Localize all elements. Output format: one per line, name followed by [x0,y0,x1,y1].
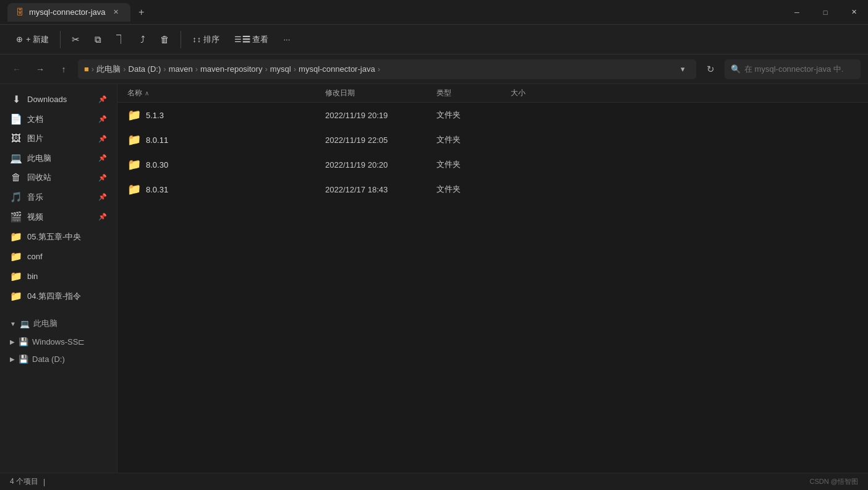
breadcrumb-maven-repo[interactable]: maven-repository [200,64,262,74]
documents-icon: 📄 [10,113,22,125]
table-row[interactable]: 📁 8.0.30 2022/11/19 20:20 文件夹 [117,152,868,177]
pin-icon-recycle: 📌 [98,174,107,182]
toolbar: ⊕ + 新建 ✂ ⧉ ⏋ ⤴ 🗑 ↕ ↕ 排序 ☰ ☰ 查看 ··· [0,25,868,54]
up-button[interactable]: ↑ [54,60,73,79]
col-header-size[interactable]: 大小 [511,88,585,98]
sidebar-section-label-windows: Windows-SS⊏ [32,337,85,346]
drive-icon: 💾 [19,337,28,346]
sidebar-item-label-ch4: 04.第四章-指令 [27,291,81,302]
delete-button[interactable]: 🗑 [154,30,176,48]
new-button[interactable]: ⊕ + 新建 [10,30,55,49]
address-bar: ← → ↑ ■ › 此电脑 › Data (D:) › maven › mave… [0,54,868,84]
search-box[interactable]: 🔍 [725,59,861,79]
table-row[interactable]: 📁 8.0.31 2022/12/17 18:43 文件夹 [117,177,868,202]
more-icon: ··· [283,35,290,44]
sidebar-item-music[interactable]: 🎵 音乐 📌 [2,187,114,207]
minimize-button[interactable]: ─ [783,0,811,25]
folder-ch4-icon: 📁 [10,290,22,302]
sidebar-section-data-d[interactable]: ▶ 💾 Data (D:) [2,351,114,368]
table-row[interactable]: 📁 5.1.3 2022/11/19 20:19 文件夹 [117,103,868,127]
sidebar-item-recycle[interactable]: 🗑 回收站 📌 [2,168,114,187]
delete-icon: 🗑 [160,34,169,45]
breadcrumb-dropdown-button[interactable]: ▾ [675,62,690,77]
search-input[interactable] [744,64,843,74]
share-button[interactable]: ⤴ [134,30,151,48]
cut-button[interactable]: ✂ [66,30,86,49]
sidebar-item-videos[interactable]: 🎬 视频 📌 [2,207,114,226]
breadcrumb-maven[interactable]: maven [169,64,193,74]
sidebar-item-label-pictures: 图片 [27,133,43,144]
breadcrumb-mysql[interactable]: mysql [270,64,291,74]
pin-icon-music: 📌 [98,193,107,201]
maximize-button[interactable]: □ [811,0,840,25]
paste-button[interactable]: ⏋ [110,30,132,48]
sidebar-section-label-data-d: Data (D:) [32,355,65,364]
breadcrumb-bar[interactable]: ■ › 此电脑 › Data (D:) › maven › maven-repo… [78,59,696,79]
sidebar-item-downloads[interactable]: ⬇ Downloads 📌 [2,90,114,109]
toolbar-separator-2 [181,31,181,48]
sidebar-item-label-recycle: 回收站 [27,172,51,183]
more-button[interactable]: ··· [277,31,296,48]
pin-icon-this-pc: 📌 [98,154,107,162]
breadcrumb-this-pc[interactable]: 此电脑 [96,64,121,75]
breadcrumb-connector[interactable]: mysql-connector-java [299,64,375,74]
sidebar-item-label-downloads: Downloads [27,95,67,104]
title-bar: 🗄 mysql-connector-java ✕ + ─ □ ✕ [0,0,868,25]
cut-icon: ✂ [72,34,80,45]
file-rows-container: 📁 5.1.3 2022/11/19 20:19 文件夹 📁 8.0.11 20… [117,103,868,202]
status-cursor: | [43,478,45,486]
chevron-this-pc: ▼ [10,320,16,327]
view-button[interactable]: ☰ ☰ 查看 [228,30,275,49]
folder-bin-icon: 📁 [10,270,22,282]
view-icon: ☰ [234,35,242,44]
sidebar-item-documents[interactable]: 📄 文档 📌 [2,110,114,129]
recycle-icon: 🗑 [10,172,22,183]
folder-ch5-icon: 📁 [10,231,22,243]
col-header-date[interactable]: 修改日期 [325,88,436,98]
close-window-button[interactable]: ✕ [840,0,868,25]
breadcrumb-folder-icon: ■ [84,64,89,74]
status-bar: 4 个项目 | CSDN @悟智图 [0,473,868,490]
active-tab[interactable]: 🗄 mysql-connector-java ✕ [7,3,130,22]
file-name: 8.0.30 [146,160,168,170]
this-pc-icon: 💻 [10,152,22,164]
tab-close-button[interactable]: ✕ [111,7,122,18]
forward-button[interactable]: → [31,60,49,79]
col-header-name[interactable]: 名称 ∧ [127,88,325,98]
sidebar-item-label-this-pc: 此电脑 [27,153,51,164]
file-type: 文件夹 [436,159,461,170]
sidebar-item-ch4[interactable]: 📁 04.第四章-指令 [2,286,114,306]
file-name: 5.1.3 [146,111,164,120]
back-button[interactable]: ← [7,60,26,79]
folder-icon: 📁 [127,133,141,147]
sidebar-item-bin[interactable]: 📁 bin [2,267,114,286]
tab-folder-icon: 🗄 [16,7,24,17]
downloads-icon: ⬇ [10,93,22,105]
new-tab-button[interactable]: + [133,4,150,21]
sort-button[interactable]: ↕ ↕ 排序 [186,30,226,49]
column-headers: 名称 ∧ 修改日期 类型 大小 [117,84,868,103]
file-area: 名称 ∧ 修改日期 类型 大小 📁 5.1.3 2022/11/19 20:19 [117,84,868,473]
col-date-label: 修改日期 [325,88,355,98]
col-header-type[interactable]: 类型 [436,88,511,98]
breadcrumb-sep-6: › [378,64,380,74]
sidebar-item-conf[interactable]: 📁 conf [2,247,114,266]
breadcrumb-data-d[interactable]: Data (D:) [129,64,161,74]
breadcrumb-sep-4: › [265,64,267,74]
sidebar-item-ch5[interactable]: 📁 05.第五章-中央 [2,227,114,246]
refresh-button[interactable]: ↻ [701,60,720,79]
file-name: 8.0.11 [146,135,168,145]
paste-icon: ⏋ [116,34,126,45]
sidebar-section-windows[interactable]: ▶ 💾 Windows-SS⊏ [2,333,114,350]
main-layout: ⬇ Downloads 📌 📄 文档 📌 🖼 图片 📌 💻 此电脑 📌 🗑 回收… [0,84,868,473]
sidebar-item-label-documents: 文档 [27,114,43,125]
sidebar-section-this-pc[interactable]: ▼ 💻 此电脑 [2,314,114,333]
sidebar-item-this-pc[interactable]: 💻 此电脑 📌 [2,148,114,168]
pictures-icon: 🖼 [10,133,22,144]
sidebar-section-label-this-pc: 此电脑 [33,318,57,329]
sidebar-item-pictures[interactable]: 🖼 图片 📌 [2,129,114,148]
copy-button[interactable]: ⧉ [88,30,108,49]
pc-icon: 💻 [20,319,30,329]
table-row[interactable]: 📁 8.0.11 2022/11/19 22:05 文件夹 [117,127,868,152]
sidebar: ⬇ Downloads 📌 📄 文档 📌 🖼 图片 📌 💻 此电脑 📌 🗑 回收… [0,84,117,473]
